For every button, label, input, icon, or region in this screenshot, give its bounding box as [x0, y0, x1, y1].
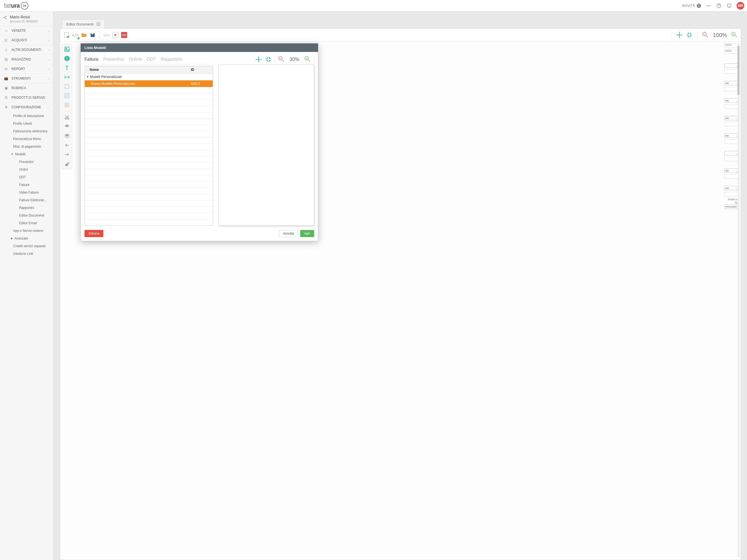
- sub-modelli-fatture-elettroniche[interactable]: Fatture Elettronic...: [0, 196, 53, 204]
- tab-ddt[interactable]: DDT: [147, 56, 156, 63]
- preview-button[interactable]: [112, 31, 119, 39]
- nav-prodotti[interactable]: ☰PRODOTTI E SERVIZI: [0, 93, 53, 103]
- apri-button[interactable]: Apri: [300, 230, 314, 237]
- tab-fattura[interactable]: Fattura: [84, 56, 98, 63]
- nav-acquisti[interactable]: 🛒ACQUISTI›: [0, 35, 53, 45]
- novita-count-badge: 1: [697, 4, 701, 8]
- image-tool-button[interactable]: [63, 45, 71, 53]
- table-row: [85, 188, 213, 194]
- table-row: [85, 100, 213, 106]
- sub-modelli-preventivi[interactable]: Preventivi: [0, 158, 53, 166]
- scrollbar[interactable]: [738, 43, 740, 558]
- row-name: Nuovo Modello Personalizzato: [87, 82, 191, 85]
- sub-modelli-editor-documenti[interactable]: Editor Documenti: [0, 212, 53, 219]
- user-avatar[interactable]: MR: [737, 2, 744, 9]
- sub-modelli-rapportini[interactable]: Rapportini: [0, 204, 53, 212]
- grid-tool-button[interactable]: [63, 101, 71, 109]
- separator: [314, 56, 314, 62]
- contacts-icon: ▣: [4, 86, 8, 90]
- user-block[interactable]: Mario Rossi Account ID: 0000000: [0, 11, 53, 26]
- modal-tabs: Fattura Preventivo Ordine DDT Rapportino: [84, 56, 213, 64]
- text-tool-button[interactable]: [63, 64, 71, 72]
- nav-vendite[interactable]: ▭VENDITE›: [0, 26, 53, 35]
- elimina-button[interactable]: Elimina: [84, 230, 103, 237]
- caret-down-icon: ▼: [86, 75, 89, 78]
- nav-strumenti[interactable]: 💼STRUMENTI›: [0, 74, 53, 83]
- zoom-in-button[interactable]: +: [731, 31, 738, 39]
- spacing-tool-button[interactable]: [63, 73, 71, 81]
- tab-rapportino[interactable]: Rapportino: [161, 56, 182, 63]
- annulla-button[interactable]: Annulla: [279, 230, 298, 237]
- nav-magazzino[interactable]: ▤MAGAZZINO›: [0, 55, 53, 64]
- new-code-button[interactable]: </>: [72, 31, 79, 39]
- table-group-row[interactable]: ▼ Modelli Personalizzati: [85, 74, 213, 80]
- preview-move-button[interactable]: [255, 56, 262, 63]
- sub-gestione-link[interactable]: Gestione Link: [0, 250, 53, 258]
- caret-right-icon: ▶: [11, 237, 13, 240]
- fit-canvas-button[interactable]: [686, 31, 693, 39]
- scrollbar-thumb[interactable]: [738, 46, 740, 95]
- sub-fatturazione-elettronica[interactable]: Fatturazione elettronica: [0, 127, 53, 135]
- sub-profilo-utenti[interactable]: Profilo Utenti: [0, 120, 53, 127]
- table-row: [85, 175, 213, 182]
- tab-editor-documenti[interactable]: Editor Documenti ✕: [62, 19, 105, 28]
- sub-avanzate[interactable]: ▶Avanzate: [0, 235, 53, 242]
- zoom-out-button[interactable]: −: [702, 31, 709, 39]
- preview-zoom-out-button[interactable]: −: [278, 56, 285, 63]
- erase-button[interactable]: [63, 160, 71, 168]
- sub-modelli-editor-email[interactable]: Editor Email: [0, 219, 53, 227]
- sub-modelli-fatture[interactable]: Fatture: [0, 181, 53, 189]
- nav-report[interactable]: ⫾⫿REPORT›: [0, 64, 53, 74]
- select-group-button[interactable]: [63, 82, 71, 91]
- cut-tool-button[interactable]: [63, 113, 71, 121]
- nav-altri-documenti[interactable]: ▯ALTRI DOCUMENTI›: [0, 45, 53, 55]
- table-row: [85, 112, 213, 119]
- table-row: [85, 182, 213, 188]
- sub-modelli[interactable]: ▼Modelli: [0, 150, 53, 158]
- sub-profilo-fatturazione[interactable]: Profilo di fatturazione: [0, 112, 53, 120]
- sub-personalizza-menu[interactable]: Personalizza Menu: [0, 135, 53, 143]
- table-row[interactable]: Nuovo Modello Personalizzato 43413: [85, 80, 213, 87]
- table-row: [85, 163, 213, 169]
- redo-button[interactable]: [63, 150, 71, 159]
- preview-canvas[interactable]: [218, 65, 314, 226]
- novita-button[interactable]: NOVITÀ 1: [682, 4, 701, 8]
- layer-down-button[interactable]: [63, 132, 71, 140]
- sub-modelli-ordini[interactable]: Ordini: [0, 166, 53, 173]
- table-row: [85, 125, 213, 131]
- nav-configurazione[interactable]: ⚙CONFIGURAZIONE⌄: [0, 103, 53, 112]
- sub-mod-pagamento[interactable]: Mod. di pagamento: [0, 143, 53, 150]
- row-id: 43413: [191, 82, 210, 85]
- table-row: [85, 169, 213, 175]
- sub-modelli-video-fatture[interactable]: Video Fatture: [0, 189, 53, 196]
- squiggle-icon[interactable]: [705, 3, 712, 9]
- code-view-button[interactable]: </>: [103, 31, 110, 39]
- table-row: [85, 194, 213, 200]
- sub-modelli-ddt[interactable]: DDT: [0, 173, 53, 181]
- sub-app-servizi[interactable]: App e Servizi esterni: [0, 227, 53, 235]
- gear-icon: ⚙: [4, 105, 8, 109]
- preview-fit-button[interactable]: [265, 56, 272, 63]
- nav-rubrica[interactable]: ▣RUBRICA: [0, 83, 53, 93]
- tab-preventivo[interactable]: Preventivo: [103, 56, 124, 63]
- new-doc-button[interactable]: +: [63, 31, 70, 39]
- chart-icon: ⫾⫿: [4, 67, 8, 71]
- sub-crediti[interactable]: Crediti servizi separati: [0, 242, 53, 250]
- save-button[interactable]: [89, 31, 96, 39]
- help-icon[interactable]: [716, 3, 722, 9]
- stamp-tool-button[interactable]: [63, 54, 71, 62]
- move-canvas-button[interactable]: [676, 31, 683, 39]
- pdf-export-button[interactable]: PDF: [121, 31, 128, 39]
- select-all-button[interactable]: [63, 92, 71, 100]
- open-button[interactable]: [80, 31, 87, 39]
- device-icon[interactable]: [726, 3, 732, 9]
- table-header: Nome ID: [85, 66, 213, 74]
- undo-button[interactable]: [63, 141, 71, 149]
- layer-up-button[interactable]: [63, 123, 71, 131]
- close-tab-icon[interactable]: ✕: [96, 22, 101, 26]
- preview-zoom-in-button[interactable]: +: [304, 56, 311, 63]
- tab-ordine[interactable]: Ordine: [129, 56, 142, 63]
- logo-text-dark: ura: [11, 2, 20, 9]
- svg-point-9: [66, 57, 68, 59]
- table-row: [85, 106, 213, 112]
